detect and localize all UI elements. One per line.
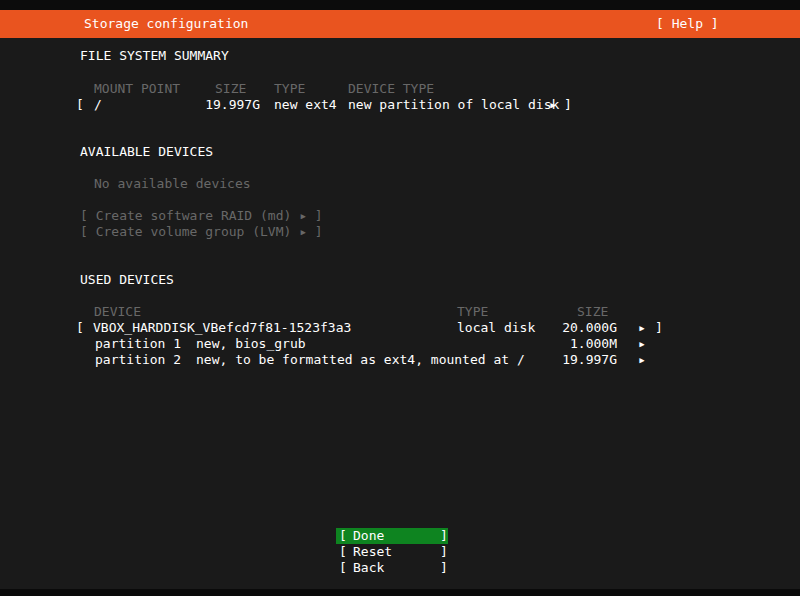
- title-bar: Storage configuration [ Help ]: [0, 10, 800, 38]
- open-bracket: [: [339, 544, 347, 560]
- page-title: Storage configuration: [84, 10, 248, 38]
- column-header-device-type: DEVICE TYPE: [348, 81, 434, 97]
- done-button[interactable]: [ Done ]: [336, 528, 448, 544]
- partition-name: partition 1: [95, 336, 181, 352]
- section-title-file-system-summary: FILE SYSTEM SUMMARY: [80, 48, 229, 64]
- reset-button[interactable]: [ Reset ]: [336, 544, 448, 560]
- disk-size-value: 20.000G: [547, 320, 617, 336]
- column-header-type: TYPE: [457, 304, 488, 320]
- section-title-available-devices: AVAILABLE DEVICES: [80, 144, 213, 160]
- available-devices-empty-row: No available devices: [0, 176, 800, 192]
- expand-arrow-icon: ▸: [638, 352, 646, 368]
- partition-name: partition 2: [95, 352, 181, 368]
- help-button[interactable]: [ Help ]: [656, 10, 719, 38]
- create-raid-row: [ Create software RAID (md) ▸ ]: [0, 208, 800, 224]
- reset-button-label: Reset: [353, 544, 392, 560]
- mount-point-value: /: [94, 97, 102, 113]
- partition-size-value: 19.997G: [547, 352, 617, 368]
- disk-device-name: VBOX_HARDDISK_VBefcd7f81-1523f3a3: [93, 320, 351, 336]
- open-bracket: [: [339, 560, 347, 576]
- used-devices-header-row: DEVICE TYPE SIZE: [0, 304, 800, 320]
- open-bracket: [: [76, 320, 84, 336]
- partition-row[interactable]: partition 2 new, to be formatted as ext4…: [0, 352, 800, 368]
- section-file-system-summary: FILE SYSTEM SUMMARY: [0, 48, 800, 64]
- partition-description: new, to be formatted as ext4, mounted at…: [196, 352, 525, 368]
- section-title-used-devices: USED DEVICES: [80, 272, 174, 288]
- section-used-devices: USED DEVICES: [0, 272, 800, 288]
- create-software-raid-button[interactable]: [ Create software RAID (md) ▸ ]: [80, 208, 323, 224]
- top-screen-edge: [0, 0, 800, 10]
- bottom-screen-edge: [0, 589, 800, 596]
- close-bracket: ]: [440, 528, 448, 544]
- close-bracket: ]: [440, 544, 448, 560]
- close-bracket: ]: [440, 560, 448, 576]
- column-header-device: DEVICE: [94, 304, 141, 320]
- close-bracket: ]: [564, 97, 572, 113]
- expand-arrow-icon: ▸: [549, 97, 557, 113]
- column-header-size: SIZE: [215, 81, 246, 97]
- size-value: 19.997G: [190, 97, 260, 113]
- open-bracket: [: [339, 528, 347, 544]
- open-bracket: [: [76, 97, 84, 113]
- no-available-devices-message: No available devices: [94, 176, 251, 192]
- partition-description: new, bios_grub: [196, 336, 306, 352]
- column-header-type: TYPE: [274, 81, 305, 97]
- section-available-devices: AVAILABLE DEVICES: [0, 144, 800, 160]
- back-button[interactable]: [ Back ]: [336, 560, 448, 576]
- expand-arrow-icon: ▸: [638, 336, 646, 352]
- column-header-mount-point: MOUNT POINT: [94, 81, 180, 97]
- create-volume-group-button[interactable]: [ Create volume group (LVM) ▸ ]: [80, 224, 323, 240]
- disk-row[interactable]: [ VBOX_HARDDISK_VBefcd7f81-1523f3a3 loca…: [0, 320, 800, 336]
- device-type-value: new partition of local disk: [348, 97, 559, 113]
- done-button-label: Done: [353, 528, 384, 544]
- back-button-label: Back: [353, 560, 384, 576]
- type-value: new ext4: [274, 97, 337, 113]
- column-header-size: SIZE: [577, 304, 608, 320]
- partition-row[interactable]: partition 1 new, bios_grub 1.000M ▸: [0, 336, 800, 352]
- close-bracket: ]: [655, 320, 663, 336]
- partition-size-value: 1.000M: [547, 336, 617, 352]
- create-lvm-row: [ Create volume group (LVM) ▸ ]: [0, 224, 800, 240]
- fs-summary-row[interactable]: [ / 19.997G new ext4 new partition of lo…: [0, 97, 800, 113]
- fs-summary-header-row: MOUNT POINT SIZE TYPE DEVICE TYPE: [0, 81, 800, 97]
- disk-type-value: local disk: [457, 320, 535, 336]
- expand-arrow-icon: ▸: [638, 320, 646, 336]
